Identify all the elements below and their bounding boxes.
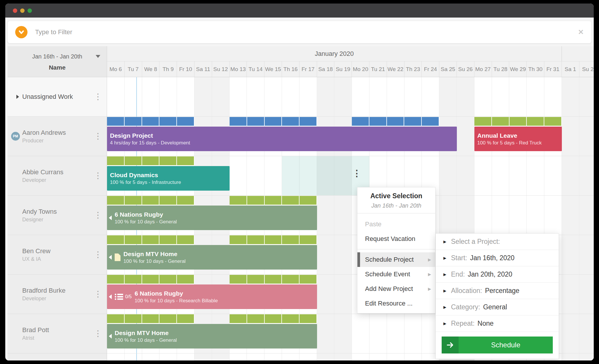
day-header-cell: Tu 21 <box>369 61 387 77</box>
grid-corner-header: Jan 16th - Jan 20th Name <box>8 46 107 77</box>
menu-item-request-vacation[interactable]: Request Vacation <box>357 232 435 246</box>
event-bar-design-project[interactable]: Design Project4 hrs/day for 15 days - De… <box>107 127 457 151</box>
active-selection-region[interactable]: ⋮ <box>282 156 369 195</box>
day-header-cell: Fr 31 <box>544 61 562 77</box>
allocation-strip <box>107 275 194 284</box>
submenu-field-value: Percentage <box>485 287 519 295</box>
resource-role: Developer <box>22 177 63 183</box>
event-text: Cloud Dynamics100 % for 5 days - Infrast… <box>110 172 181 185</box>
day-header-cell: Su 19 <box>334 61 352 77</box>
menu-item-schedule-project[interactable]: Schedule Project▶ <box>357 252 435 267</box>
resource-row-brad-pott[interactable]: Brad PottAtrist⋮ <box>8 314 107 353</box>
name-column-header: Name <box>8 64 107 71</box>
submenu-field-repeat[interactable]: ▶Repeat:None <box>436 315 559 332</box>
event-bar-6-nations-rugby[interactable]: 0/56 Nations Rugby100 % for 10 days - Re… <box>107 284 317 309</box>
event-subtitle: 4 hrs/day for 15 days - Development <box>110 140 190 146</box>
day-header-cell: Mo 6 <box>107 61 125 77</box>
submenu-field-allocation[interactable]: ▶Allocation:Percentage <box>436 283 559 299</box>
submenu-field-label: Start: <box>451 254 467 262</box>
resource-row-unassigned-work[interactable]: Unassigned Work⋮ <box>8 77 107 117</box>
day-header-cell: Su 2 <box>579 61 594 77</box>
submenu-field-value: General <box>483 303 507 311</box>
event-bar-cloud-dynamics[interactable]: Cloud Dynamics100 % for 5 days - Infrast… <box>107 166 230 191</box>
menu-item-add-new-project[interactable]: Add New Project▶ <box>357 282 435 296</box>
note-icon <box>115 253 121 261</box>
month-header-january: January 2020 <box>107 46 562 61</box>
event-subtitle: 100 % for 10 days - Research Billable <box>135 298 218 304</box>
chevron-right-icon: ▶ <box>443 272 446 277</box>
context-menu-subtitle: Jan 16th - Jan 20th <box>360 202 432 209</box>
event-title: 6 Nations Rugby <box>135 290 218 297</box>
schedule-button[interactable]: Schedule <box>442 337 553 353</box>
range-dropdown-icon[interactable] <box>96 55 100 58</box>
event-title: Design MTV Home <box>115 330 177 337</box>
clear-filter-icon[interactable]: ✕ <box>578 28 584 36</box>
resource-row-bradford-burke[interactable]: Bradford BurkeDeveloper⋮ <box>8 275 107 314</box>
schedule-project-submenu: ▶Select a Project:▶Start:Jan 16th, 2020▶… <box>436 233 559 359</box>
chevron-right-icon: ▶ <box>428 257 431 262</box>
day-header-cell: Sa 25 <box>439 61 457 77</box>
submenu-field-start[interactable]: ▶Start:Jan 16th, 2020 <box>436 250 559 266</box>
month-header-next <box>562 46 594 61</box>
minimize-window-button[interactable] <box>20 8 25 13</box>
day-header-cell: Fr 10 <box>177 61 194 77</box>
menu-item-paste: Paste <box>357 217 435 232</box>
selection-menu-icon[interactable]: ⋮ <box>352 169 361 178</box>
resource-row-abbie-currans[interactable]: Abbie CurransDeveloper⋮ <box>8 156 107 196</box>
resource-name: Bradford Burke <box>22 287 66 294</box>
event-title: Design MTV Home <box>123 251 186 258</box>
day-header-cell: Sa 1 <box>562 61 579 77</box>
day-header-cell: Th 16 <box>282 61 300 77</box>
submenu-field-category[interactable]: ▶Category:General <box>436 299 559 315</box>
day-header-cell: Tu 14 <box>247 61 264 77</box>
date-range-label[interactable]: Jan 16th - Jan 20th <box>32 53 82 60</box>
avatar: PM <box>11 132 20 141</box>
event-bar-6-nations-rugby[interactable]: 6 Nations Rugby100 % for 10 days - Gener… <box>107 206 317 230</box>
resource-role: Designer <box>22 217 57 223</box>
menu-item-edit-resource[interactable]: Edit Resource ... <box>357 296 435 311</box>
day-header-cell: Tu 28 <box>492 61 510 77</box>
resource-role: Producer <box>22 138 66 144</box>
submenu-field-end[interactable]: ▶End:Jan 20th, 2020 <box>436 266 559 283</box>
row-menu-icon[interactable]: ⋮ <box>94 251 102 259</box>
resource-role: Atrist <box>22 335 49 341</box>
event-bar-design-mtv-home[interactable]: Design MTV Home100 % for 10 days - Gener… <box>107 245 317 270</box>
resource-name: Unassigned Work <box>22 93 73 101</box>
allocation-strip <box>107 117 194 126</box>
allocation-strip <box>230 196 317 205</box>
context-menu-header: Active Selection Jan 16th - Jan 20th <box>357 187 435 213</box>
filter-input[interactable]: Type to Filter <box>35 28 578 36</box>
row-menu-icon[interactable]: ⋮ <box>94 330 102 338</box>
resource-name-block: Abbie CurransDeveloper <box>8 168 63 183</box>
submenu-fields: ▶Select a Project:▶Start:Jan 16th, 2020▶… <box>436 234 559 332</box>
resource-row-andy-towns[interactable]: Andy TownsDesigner⋮ <box>8 196 107 235</box>
resize-left-icon <box>109 215 112 220</box>
row-menu-icon[interactable]: ⋮ <box>94 93 102 101</box>
row-menu-icon[interactable]: ⋮ <box>94 211 102 219</box>
resource-row-ben-crew[interactable]: Ben CrewUX & IA⋮ <box>8 235 107 275</box>
submenu-field-select-a-project[interactable]: ▶Select a Project: <box>436 234 559 250</box>
expand-arrow-icon[interactable] <box>16 95 19 99</box>
day-header-cell: Th 9 <box>159 61 177 77</box>
allocation-strip <box>474 117 562 126</box>
event-bar-design-mtv-home[interactable]: Design MTV Home100 % for 10 days - Gener… <box>107 324 317 349</box>
event-bar-annual-leave[interactable]: Annual Leave100 % for 5 days - Red Truck <box>474 127 562 151</box>
day-header-row: Mo 6Tu 7We 8Th 9Fr 10Sa 11Su 12Mo 13Tu 1… <box>107 61 594 77</box>
chevron-down-icon[interactable] <box>15 26 27 38</box>
resource-name: Ben Crew <box>22 247 51 255</box>
task-count-badge: 0/5 <box>125 294 132 299</box>
menu-item-schedule-event[interactable]: Schedule Event▶ <box>357 267 435 282</box>
filter-bar: Type to Filter ✕ <box>8 21 591 43</box>
timeline-row-andy-towns: 6 Nations Rugby100 % for 10 days - Gener… <box>107 196 594 235</box>
task-list-icon <box>115 293 123 300</box>
row-menu-icon[interactable]: ⋮ <box>94 132 102 140</box>
row-menu-icon[interactable]: ⋮ <box>94 290 102 298</box>
event-subtitle: 100 % for 10 days - General <box>123 258 186 264</box>
row-menu-icon[interactable]: ⋮ <box>94 172 102 180</box>
zoom-window-button[interactable] <box>27 8 32 13</box>
event-title: Cloud Dynamics <box>110 172 181 179</box>
menu-item-label: Schedule Event <box>365 270 410 278</box>
day-header-cell: We 8 <box>142 61 160 77</box>
resource-row-aaron-andrews[interactable]: PMAaron AndrewsProducer⋮ <box>8 117 107 156</box>
close-window-button[interactable] <box>13 8 17 13</box>
